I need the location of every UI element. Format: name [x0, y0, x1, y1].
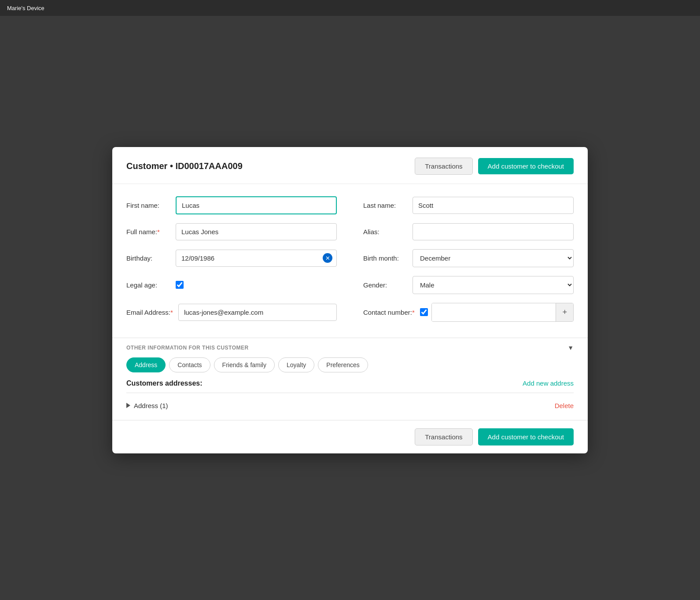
legal-age-label: Legal age:	[126, 281, 170, 289]
contact-input-wrapper: +	[431, 303, 574, 322]
contact-number-label: Contact number:*	[363, 309, 415, 316]
legal-age-row: Legal age:	[126, 276, 337, 294]
birthday-row: Birthday: ✕	[126, 249, 337, 267]
gender-row: Gender: Male Female Other Prefer not to …	[363, 276, 574, 294]
header-add-customer-button[interactable]: Add customer to checkout	[478, 158, 574, 174]
email-row: Email Address:*	[126, 303, 337, 322]
delete-address-link[interactable]: Delete	[555, 402, 574, 409]
birthday-wrapper: ✕	[176, 250, 337, 267]
first-name-input[interactable]	[176, 196, 337, 214]
header-transactions-button[interactable]: Transactions	[415, 158, 472, 175]
expand-address-icon[interactable]	[126, 403, 130, 408]
birth-month-label: Birth month:	[363, 254, 407, 262]
tab-friends-family[interactable]: Friends & family	[214, 357, 275, 372]
modal-body: First name: Last name: Full name:* Alias…	[112, 184, 588, 331]
email-label: Email Address:*	[126, 309, 173, 316]
full-name-label: Full name:*	[126, 228, 170, 236]
alias-row: Alias:	[363, 223, 574, 240]
addresses-section: Customers addresses: Add new address Add…	[112, 379, 588, 420]
legal-age-checkbox[interactable]	[176, 281, 184, 289]
alias-label: Alias:	[363, 228, 407, 236]
gender-select[interactable]: Male Female Other Prefer not to say	[413, 276, 574, 294]
last-name-input[interactable]	[413, 197, 574, 214]
contact-number-input[interactable]	[432, 303, 556, 321]
contact-checkbox-wrapper	[420, 308, 428, 316]
other-info-section: OTHER INFORMATION FOR THIS CUSTOMER ▼ Ad…	[112, 338, 588, 420]
tab-loyalty[interactable]: Loyalty	[278, 357, 314, 372]
email-required: *	[170, 309, 173, 316]
tab-contacts[interactable]: Contacts	[169, 357, 210, 372]
address-row: Address (1) Delete	[126, 398, 574, 413]
last-name-row: Last name:	[363, 196, 574, 214]
full-name-row: Full name:*	[126, 223, 337, 240]
modal-header: Customer • ID00017AAA009 Transactions Ad…	[112, 147, 588, 184]
contact-plus-button[interactable]: +	[556, 303, 573, 321]
birthday-label: Birthday:	[126, 254, 170, 262]
device-title: Marie's Device	[7, 5, 44, 11]
last-name-label: Last name:	[363, 202, 407, 209]
form-grid: First name: Last name: Full name:* Alias…	[126, 196, 574, 322]
address-divider	[126, 393, 574, 393]
add-new-address-link[interactable]: Add new address	[523, 379, 574, 387]
tab-preferences[interactable]: Preferences	[318, 357, 368, 372]
address-item-label: Address (1)	[134, 402, 168, 409]
tabs-area: Address Contacts Friends & family Loyalt…	[112, 357, 588, 379]
birthday-clear-button[interactable]: ✕	[323, 253, 332, 263]
addresses-title: Customers addresses:	[126, 379, 203, 387]
other-info-header[interactable]: OTHER INFORMATION FOR THIS CUSTOMER ▼	[112, 338, 588, 357]
contact-number-row: Contact number:* +	[363, 303, 574, 322]
customer-modal: Customer • ID00017AAA009 Transactions Ad…	[112, 147, 588, 453]
footer-add-customer-button[interactable]: Add customer to checkout	[478, 428, 574, 445]
first-name-row: First name:	[126, 196, 337, 214]
modal-footer: Transactions Add customer to checkout	[112, 420, 588, 453]
email-input[interactable]	[178, 304, 337, 321]
birth-month-row: Birth month: JanuaryFebruaryMarch AprilM…	[363, 249, 574, 267]
addresses-header: Customers addresses: Add new address	[126, 379, 574, 387]
address-row-left: Address (1)	[126, 402, 168, 409]
alias-input[interactable]	[413, 223, 574, 240]
tab-address[interactable]: Address	[126, 357, 166, 372]
footer-transactions-button[interactable]: Transactions	[415, 428, 472, 445]
chevron-down-icon: ▼	[567, 344, 574, 351]
modal-title: Customer • ID00017AAA009	[126, 161, 243, 171]
first-name-label: First name:	[126, 202, 170, 209]
gender-label: Gender:	[363, 281, 407, 289]
legal-age-checkbox-wrapper	[176, 281, 184, 289]
contact-number-area: +	[420, 303, 574, 322]
full-name-input[interactable]	[176, 223, 337, 240]
other-info-title: OTHER INFORMATION FOR THIS CUSTOMER	[126, 345, 249, 351]
top-bar: Marie's Device	[0, 0, 700, 16]
birth-month-select[interactable]: JanuaryFebruaryMarch AprilMayJune JulyAu…	[413, 249, 574, 267]
contact-number-checkbox[interactable]	[420, 308, 428, 316]
contact-number-required: *	[412, 309, 415, 316]
full-name-required: *	[157, 228, 160, 236]
header-actions: Transactions Add customer to checkout	[415, 158, 574, 175]
birthday-input[interactable]	[176, 250, 337, 267]
